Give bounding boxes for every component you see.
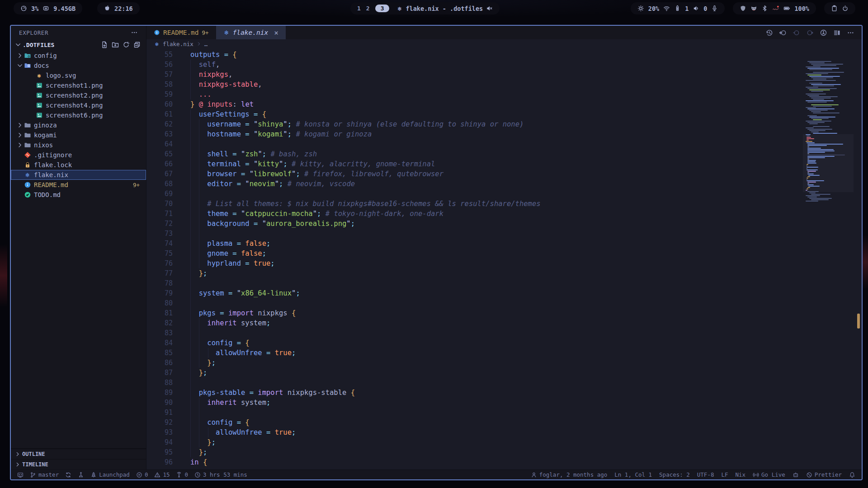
- graph-icon[interactable]: [820, 29, 827, 37]
- status-item-lf[interactable]: LF: [721, 471, 728, 478]
- tab-flake-nix[interactable]: ❄flake.nix×: [216, 26, 286, 39]
- tree-item-docs[interactable]: docs: [11, 61, 146, 70]
- more-actions-icon[interactable]: [847, 29, 854, 37]
- tree-item-logo-svg[interactable]: ✱logo.svg: [11, 70, 146, 80]
- hardware-status-pill[interactable]: 20% 1 0: [631, 2, 725, 14]
- minimap-line: [807, 138, 814, 139]
- status-item-label: 15: [163, 471, 170, 478]
- refresh-icon[interactable]: [122, 40, 131, 49]
- minimap-line: [809, 76, 840, 77]
- minimap-line: [807, 187, 810, 188]
- prettier-off-icon: [806, 472, 812, 478]
- collapse-all-icon[interactable]: [132, 40, 142, 49]
- tab-readme-md[interactable]: README.md9+: [146, 26, 216, 39]
- workspace-button-3[interactable]: 3: [375, 5, 390, 12]
- readme-file-icon: [154, 29, 160, 36]
- breadcrumb-file[interactable]: flake.nix: [163, 41, 193, 47]
- status-item-launchpad[interactable]: Launchpad: [90, 471, 130, 478]
- sidebar-section-outline[interactable]: OUTLINE: [11, 449, 146, 459]
- workspace-section-header[interactable]: .DOTFILES: [11, 39, 146, 50]
- status-item-nix[interactable]: Nix: [736, 471, 746, 478]
- tree-item-flake-nix[interactable]: ❄flake.nix: [11, 170, 146, 180]
- status-item-ln-1-col-1[interactable]: Ln 1, Col 1: [614, 471, 652, 478]
- status-item-0[interactable]: 0: [176, 471, 188, 478]
- wallpaper-accent: [0, 244, 7, 307]
- tree-item-config[interactable]: config: [11, 51, 146, 61]
- views-more-actions-icon[interactable]: [131, 29, 138, 36]
- workspace-button-2[interactable]: 2: [366, 5, 370, 12]
- cpu-usage: 3%: [31, 5, 38, 12]
- vpn-shield-icon[interactable]: [740, 5, 746, 12]
- tree-item-nixos[interactable]: nixos: [11, 140, 146, 150]
- chevron-spacer: [16, 151, 24, 159]
- code-line: 75 gnome = false;: [146, 249, 803, 258]
- split-editor-icon[interactable]: [833, 29, 841, 37]
- tree-item-screenshot1-png[interactable]: screenshot1.png: [11, 80, 146, 90]
- browser-tray-icon[interactable]: [750, 5, 757, 12]
- status-item-prettier[interactable]: Prettier: [806, 471, 842, 478]
- sidebar-section-timeline[interactable]: TIMELINE: [11, 459, 146, 469]
- tree-item-screenshot4-png[interactable]: screenshot4.png: [11, 100, 146, 110]
- tree-item-readme-md[interactable]: README.md9+: [11, 180, 146, 190]
- tree-item-screenshot2-png[interactable]: screenshot2.png: [11, 90, 146, 100]
- status-item-3-hrs-53-mins[interactable]: 3 hrs 53 mins: [194, 471, 247, 478]
- tree-item--gitignore[interactable]: .gitignore: [11, 150, 146, 160]
- prev-change-icon[interactable]: [793, 29, 800, 37]
- system-stats-pill[interactable]: 3% 9.45GB: [14, 2, 82, 14]
- power-pill[interactable]: [824, 2, 855, 14]
- workspace-button-1[interactable]: 1: [357, 5, 361, 12]
- folder-docs-icon: [24, 62, 31, 70]
- power-icon[interactable]: [842, 5, 849, 12]
- history-icon[interactable]: [765, 29, 773, 37]
- status-item-utf-8[interactable]: UTF-8: [697, 471, 714, 478]
- status-item-robot-icon[interactable]: [793, 472, 799, 478]
- tree-item-todo-md[interactable]: TODO.md: [11, 190, 146, 200]
- system-tray-pill[interactable]: 100%: [733, 2, 816, 14]
- minimap-line: [809, 96, 838, 97]
- code-text: browser = "librewolf"; # firefox, librew…: [190, 169, 443, 179]
- tree-item-ginoza[interactable]: ginoza: [11, 120, 146, 130]
- workspace-switcher: 123: [357, 5, 389, 12]
- minimap-line: [809, 69, 832, 70]
- new-file-icon[interactable]: [100, 40, 109, 49]
- code-line: 67 browser = "librewolf"; # firefox, lib…: [146, 169, 803, 179]
- close-icon[interactable]: ×: [274, 28, 278, 37]
- minimap-line: [807, 108, 835, 109]
- status-item-0[interactable]: 0: [136, 471, 148, 478]
- tree-item-flake-lock[interactable]: flake.lock: [11, 160, 146, 170]
- clock-pill[interactable]: 22:16: [97, 2, 140, 14]
- status-item-bell-icon[interactable]: [849, 472, 855, 478]
- chevron-spacer: [16, 181, 24, 188]
- sidebar-bottom-sections: OUTLINETIMELINE: [11, 448, 146, 469]
- compare-icon[interactable]: [779, 29, 787, 37]
- status-item-15[interactable]: 15: [154, 471, 170, 478]
- status-item-git-graph-icon[interactable]: [78, 472, 84, 478]
- breadcrumb-symbol[interactable]: …: [204, 41, 208, 47]
- notification-tray-icon[interactable]: [772, 5, 779, 12]
- status-item-sync-icon[interactable]: [65, 472, 71, 478]
- bell-icon: [849, 472, 855, 478]
- minimap-line: [807, 171, 816, 172]
- breadcrumb[interactable]: ❄ flake.nix …: [146, 39, 862, 48]
- code-editor[interactable]: 55outputs = {56 self,57 nixpkgs,58 nixpk…: [146, 48, 803, 469]
- minimap-line: [809, 130, 826, 131]
- tree-item-kogami[interactable]: kogami: [11, 130, 146, 140]
- line-number: 59: [146, 89, 173, 99]
- new-folder-icon[interactable]: [111, 40, 120, 49]
- status-item-spaces-2[interactable]: Spaces: 2: [659, 471, 690, 478]
- status-item-label: Prettier: [815, 471, 842, 478]
- tree-item-screenshot6-png[interactable]: screenshot6.png: [11, 110, 146, 120]
- status-item-master[interactable]: master: [30, 471, 59, 478]
- minimap[interactable]: [806, 61, 848, 202]
- line-number: 66: [146, 159, 173, 169]
- minimap-line: [811, 64, 843, 65]
- code-line: 94 };: [146, 437, 803, 447]
- status-item-remote-window-icon[interactable]: [17, 472, 24, 478]
- clipboard-icon[interactable]: [831, 5, 838, 12]
- next-change-icon[interactable]: [806, 29, 814, 37]
- status-item-go-live[interactable]: Go Live: [753, 471, 785, 478]
- code-text: gnome = false;: [190, 249, 266, 258]
- bluetooth-icon[interactable]: [761, 5, 768, 12]
- status-item-foglar-2-months-ago[interactable]: foglar, 2 months ago: [531, 471, 608, 478]
- tab-dirty-badge: 9+: [202, 29, 209, 36]
